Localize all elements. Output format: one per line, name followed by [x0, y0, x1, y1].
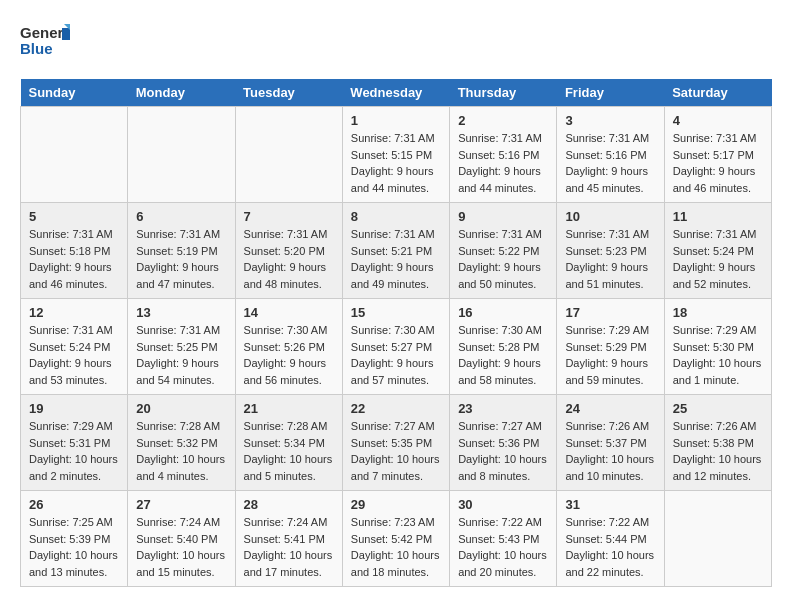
day-info: Sunrise: 7:24 AM Sunset: 5:41 PM Dayligh…	[244, 514, 334, 580]
calendar-cell: 12Sunrise: 7:31 AM Sunset: 5:24 PM Dayli…	[21, 299, 128, 395]
weekday-header-friday: Friday	[557, 79, 664, 107]
day-info: Sunrise: 7:31 AM Sunset: 5:20 PM Dayligh…	[244, 226, 334, 292]
calendar-cell: 2Sunrise: 7:31 AM Sunset: 5:16 PM Daylig…	[450, 107, 557, 203]
day-info: Sunrise: 7:31 AM Sunset: 5:24 PM Dayligh…	[29, 322, 119, 388]
day-info: Sunrise: 7:31 AM Sunset: 5:17 PM Dayligh…	[673, 130, 763, 196]
calendar-cell: 24Sunrise: 7:26 AM Sunset: 5:37 PM Dayli…	[557, 395, 664, 491]
day-info: Sunrise: 7:31 AM Sunset: 5:18 PM Dayligh…	[29, 226, 119, 292]
day-number: 26	[29, 497, 119, 512]
weekday-header-monday: Monday	[128, 79, 235, 107]
calendar-cell: 23Sunrise: 7:27 AM Sunset: 5:36 PM Dayli…	[450, 395, 557, 491]
day-number: 1	[351, 113, 441, 128]
day-number: 16	[458, 305, 548, 320]
day-number: 12	[29, 305, 119, 320]
calendar-cell	[235, 107, 342, 203]
weekday-header-saturday: Saturday	[664, 79, 771, 107]
calendar-cell: 20Sunrise: 7:28 AM Sunset: 5:32 PM Dayli…	[128, 395, 235, 491]
calendar-cell	[128, 107, 235, 203]
day-info: Sunrise: 7:29 AM Sunset: 5:29 PM Dayligh…	[565, 322, 655, 388]
day-number: 11	[673, 209, 763, 224]
day-info: Sunrise: 7:26 AM Sunset: 5:38 PM Dayligh…	[673, 418, 763, 484]
day-number: 14	[244, 305, 334, 320]
day-info: Sunrise: 7:31 AM Sunset: 5:23 PM Dayligh…	[565, 226, 655, 292]
day-number: 22	[351, 401, 441, 416]
calendar-cell: 25Sunrise: 7:26 AM Sunset: 5:38 PM Dayli…	[664, 395, 771, 491]
day-info: Sunrise: 7:31 AM Sunset: 5:22 PM Dayligh…	[458, 226, 548, 292]
day-number: 27	[136, 497, 226, 512]
day-info: Sunrise: 7:28 AM Sunset: 5:34 PM Dayligh…	[244, 418, 334, 484]
day-info: Sunrise: 7:23 AM Sunset: 5:42 PM Dayligh…	[351, 514, 441, 580]
weekday-header-row: SundayMondayTuesdayWednesdayThursdayFrid…	[21, 79, 772, 107]
day-number: 10	[565, 209, 655, 224]
day-info: Sunrise: 7:31 AM Sunset: 5:15 PM Dayligh…	[351, 130, 441, 196]
calendar-cell: 6Sunrise: 7:31 AM Sunset: 5:19 PM Daylig…	[128, 203, 235, 299]
week-row-3: 12Sunrise: 7:31 AM Sunset: 5:24 PM Dayli…	[21, 299, 772, 395]
calendar-table: SundayMondayTuesdayWednesdayThursdayFrid…	[20, 79, 772, 587]
calendar-cell: 4Sunrise: 7:31 AM Sunset: 5:17 PM Daylig…	[664, 107, 771, 203]
day-number: 17	[565, 305, 655, 320]
calendar-cell: 11Sunrise: 7:31 AM Sunset: 5:24 PM Dayli…	[664, 203, 771, 299]
calendar-cell	[21, 107, 128, 203]
day-number: 19	[29, 401, 119, 416]
calendar-cell: 27Sunrise: 7:24 AM Sunset: 5:40 PM Dayli…	[128, 491, 235, 587]
svg-text:Blue: Blue	[20, 40, 53, 57]
calendar-cell: 22Sunrise: 7:27 AM Sunset: 5:35 PM Dayli…	[342, 395, 449, 491]
day-number: 9	[458, 209, 548, 224]
calendar-cell: 7Sunrise: 7:31 AM Sunset: 5:20 PM Daylig…	[235, 203, 342, 299]
day-info: Sunrise: 7:31 AM Sunset: 5:21 PM Dayligh…	[351, 226, 441, 292]
weekday-header-sunday: Sunday	[21, 79, 128, 107]
day-info: Sunrise: 7:27 AM Sunset: 5:36 PM Dayligh…	[458, 418, 548, 484]
day-info: Sunrise: 7:27 AM Sunset: 5:35 PM Dayligh…	[351, 418, 441, 484]
calendar-cell: 10Sunrise: 7:31 AM Sunset: 5:23 PM Dayli…	[557, 203, 664, 299]
calendar-cell: 26Sunrise: 7:25 AM Sunset: 5:39 PM Dayli…	[21, 491, 128, 587]
calendar-cell: 9Sunrise: 7:31 AM Sunset: 5:22 PM Daylig…	[450, 203, 557, 299]
day-info: Sunrise: 7:31 AM Sunset: 5:16 PM Dayligh…	[458, 130, 548, 196]
day-info: Sunrise: 7:30 AM Sunset: 5:27 PM Dayligh…	[351, 322, 441, 388]
day-number: 6	[136, 209, 226, 224]
day-number: 13	[136, 305, 226, 320]
calendar-cell: 17Sunrise: 7:29 AM Sunset: 5:29 PM Dayli…	[557, 299, 664, 395]
svg-marker-2	[62, 28, 70, 40]
weekday-header-thursday: Thursday	[450, 79, 557, 107]
day-info: Sunrise: 7:31 AM Sunset: 5:25 PM Dayligh…	[136, 322, 226, 388]
calendar-cell: 18Sunrise: 7:29 AM Sunset: 5:30 PM Dayli…	[664, 299, 771, 395]
day-number: 24	[565, 401, 655, 416]
day-info: Sunrise: 7:22 AM Sunset: 5:44 PM Dayligh…	[565, 514, 655, 580]
header: General Blue	[20, 20, 772, 69]
calendar-cell: 8Sunrise: 7:31 AM Sunset: 5:21 PM Daylig…	[342, 203, 449, 299]
day-number: 3	[565, 113, 655, 128]
calendar-cell: 15Sunrise: 7:30 AM Sunset: 5:27 PM Dayli…	[342, 299, 449, 395]
day-info: Sunrise: 7:24 AM Sunset: 5:40 PM Dayligh…	[136, 514, 226, 580]
day-number: 31	[565, 497, 655, 512]
day-info: Sunrise: 7:30 AM Sunset: 5:28 PM Dayligh…	[458, 322, 548, 388]
day-info: Sunrise: 7:25 AM Sunset: 5:39 PM Dayligh…	[29, 514, 119, 580]
calendar-cell: 30Sunrise: 7:22 AM Sunset: 5:43 PM Dayli…	[450, 491, 557, 587]
weekday-header-wednesday: Wednesday	[342, 79, 449, 107]
day-info: Sunrise: 7:26 AM Sunset: 5:37 PM Dayligh…	[565, 418, 655, 484]
day-info: Sunrise: 7:29 AM Sunset: 5:31 PM Dayligh…	[29, 418, 119, 484]
day-number: 23	[458, 401, 548, 416]
day-number: 4	[673, 113, 763, 128]
calendar-cell: 29Sunrise: 7:23 AM Sunset: 5:42 PM Dayli…	[342, 491, 449, 587]
calendar-cell	[664, 491, 771, 587]
calendar-cell: 3Sunrise: 7:31 AM Sunset: 5:16 PM Daylig…	[557, 107, 664, 203]
day-number: 20	[136, 401, 226, 416]
calendar-cell: 5Sunrise: 7:31 AM Sunset: 5:18 PM Daylig…	[21, 203, 128, 299]
day-number: 2	[458, 113, 548, 128]
week-row-2: 5Sunrise: 7:31 AM Sunset: 5:18 PM Daylig…	[21, 203, 772, 299]
day-info: Sunrise: 7:30 AM Sunset: 5:26 PM Dayligh…	[244, 322, 334, 388]
calendar-cell: 16Sunrise: 7:30 AM Sunset: 5:28 PM Dayli…	[450, 299, 557, 395]
day-number: 5	[29, 209, 119, 224]
week-row-4: 19Sunrise: 7:29 AM Sunset: 5:31 PM Dayli…	[21, 395, 772, 491]
day-info: Sunrise: 7:31 AM Sunset: 5:16 PM Dayligh…	[565, 130, 655, 196]
day-number: 28	[244, 497, 334, 512]
calendar-cell: 28Sunrise: 7:24 AM Sunset: 5:41 PM Dayli…	[235, 491, 342, 587]
day-number: 29	[351, 497, 441, 512]
day-info: Sunrise: 7:31 AM Sunset: 5:19 PM Dayligh…	[136, 226, 226, 292]
day-number: 8	[351, 209, 441, 224]
day-number: 25	[673, 401, 763, 416]
day-info: Sunrise: 7:31 AM Sunset: 5:24 PM Dayligh…	[673, 226, 763, 292]
calendar-cell: 31Sunrise: 7:22 AM Sunset: 5:44 PM Dayli…	[557, 491, 664, 587]
day-number: 18	[673, 305, 763, 320]
day-info: Sunrise: 7:29 AM Sunset: 5:30 PM Dayligh…	[673, 322, 763, 388]
